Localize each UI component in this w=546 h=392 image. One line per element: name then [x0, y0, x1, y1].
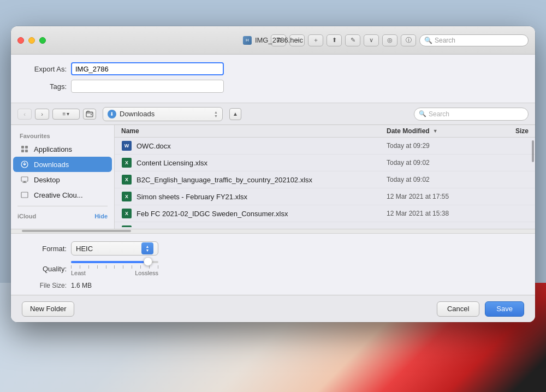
- tag-button[interactable]: ◎: [382, 34, 397, 46]
- tags-label: Tags:: [22, 82, 71, 91]
- options-section: Format: HEIC ▲ ▼ Quality:: [11, 233, 535, 295]
- slider-thumb[interactable]: [144, 257, 152, 266]
- sidebar-item-desktop[interactable]: Desktop: [13, 172, 112, 187]
- format-label: Format:: [22, 245, 71, 253]
- quality-row: Quality:: [22, 261, 524, 276]
- svg-rect-7: [23, 181, 26, 182]
- close-button[interactable]: [17, 37, 24, 44]
- minimize-button[interactable]: [28, 37, 35, 44]
- h-scrollbar-track: [11, 229, 535, 233]
- desktop-icon: [20, 175, 29, 185]
- chevron-down-button[interactable]: ∨: [364, 34, 379, 46]
- cancel-button[interactable]: Cancel: [437, 301, 479, 317]
- share-button[interactable]: ⬆: [327, 34, 342, 46]
- file-type-icon: H: [243, 36, 252, 45]
- svg-rect-0: [86, 112, 93, 117]
- tags-input[interactable]: [71, 80, 224, 93]
- maximize-button[interactable]: [39, 37, 46, 44]
- edit-button[interactable]: ✎: [345, 34, 360, 46]
- sidebar-divider: [17, 206, 108, 206]
- file-list: W OWC.docx Today at 09:29 X Content Lice…: [115, 138, 535, 227]
- view-options-button[interactable]: ≡ ▾: [52, 109, 80, 120]
- file-name: OWC.docx: [136, 142, 387, 150]
- titlebar: H IMG_2786.heic ⊞ － ＋ ⬆ ✎ ∨ ◎ ⓘ 🔍 Search: [11, 26, 535, 55]
- quality-slider-track: [71, 261, 158, 263]
- slider-fill: [71, 261, 148, 263]
- file-type-icon: X: [121, 174, 132, 185]
- sidebar-item-creative-cloud[interactable]: Creative Clou...: [13, 187, 112, 203]
- slider-ticks: [71, 265, 158, 269]
- file-date: 12 Mar 2021 at 17:55: [387, 193, 496, 200]
- collapse-button[interactable]: ▲: [229, 108, 241, 120]
- svg-rect-3: [21, 150, 24, 152]
- save-button[interactable]: Save: [485, 301, 524, 317]
- scrollbar-thumb[interactable]: [532, 140, 534, 162]
- new-folder-button[interactable]: New Folder: [22, 301, 74, 317]
- file-type-icon: X: [121, 225, 132, 227]
- select-arrows-icon: ▲ ▼: [141, 242, 153, 254]
- sidebar-item-applications[interactable]: Applications: [13, 141, 112, 157]
- search-icon: 🔍: [424, 37, 432, 44]
- back-button[interactable]: ‹: [17, 109, 32, 120]
- downloads-label: Downloads: [34, 161, 69, 169]
- search-placeholder: Search: [435, 37, 455, 44]
- new-folder-nav-button[interactable]: [83, 109, 96, 120]
- quality-label: Quality:: [22, 265, 71, 273]
- svg-rect-4: [25, 150, 28, 152]
- content-area: Favourites Applications: [11, 125, 535, 229]
- column-date-modified[interactable]: Date Modified ▼: [387, 127, 496, 135]
- quality-slider-container: Least Lossless: [71, 261, 158, 276]
- horizontal-scrollbar[interactable]: [11, 229, 535, 233]
- search-placeholder: Search: [429, 110, 449, 118]
- hide-icloud-link[interactable]: Hide: [94, 213, 108, 219]
- list-item[interactable]: W OWC.docx Today at 09:29: [115, 138, 535, 155]
- export-filename-input[interactable]: [71, 62, 224, 75]
- slider-max-label: Lossless: [135, 270, 158, 276]
- file-date: 12 Mar 2021 at 11:59: [387, 227, 496, 227]
- creative-cloud-icon: [20, 190, 29, 200]
- save-dialog: H IMG_2786.heic ⊞ － ＋ ⬆ ✎ ∨ ◎ ⓘ 🔍 Search…: [11, 26, 535, 322]
- format-select[interactable]: HEIC ▲ ▼: [71, 241, 158, 256]
- info-button[interactable]: ⓘ: [401, 34, 416, 46]
- titlebar-tools: ⊞ － ＋ ⬆ ✎ ∨ ◎ ⓘ 🔍 Search: [271, 34, 529, 46]
- format-value: HEIC: [76, 245, 141, 253]
- traffic-lights: [17, 37, 46, 44]
- sidebar: Favourites Applications: [11, 125, 115, 229]
- file-name: Content Licensing.xlsx: [136, 159, 387, 167]
- creative-cloud-label: Creative Clou...: [34, 191, 83, 199]
- column-name[interactable]: Name: [121, 127, 387, 135]
- vertical-scrollbar[interactable]: [531, 139, 535, 229]
- svg-rect-9: [21, 192, 28, 198]
- column-size[interactable]: Size: [496, 127, 529, 135]
- location-label: Downloads: [120, 110, 155, 118]
- export-label: Export As:: [22, 65, 71, 73]
- zoom-in-button[interactable]: ＋: [308, 34, 323, 46]
- tags-row: Tags:: [22, 80, 524, 93]
- bottom-bar: New Folder Cancel Save: [11, 295, 535, 322]
- sidebar-item-downloads[interactable]: Downloads: [13, 157, 112, 172]
- list-item[interactable]: X B2C_English_language_traffic_by_countr…: [115, 171, 535, 188]
- filesize-label: File Size:: [22, 282, 71, 289]
- list-item[interactable]: X Jarv pension graph.xlsx 12 Mar 2021 at…: [115, 222, 535, 227]
- format-row: Format: HEIC ▲ ▼: [22, 241, 524, 256]
- file-type-icon: X: [121, 208, 132, 219]
- list-item[interactable]: X Feb FC 2021-02_IDGC Sweden_Consumer.xl…: [115, 205, 535, 222]
- list-item[interactable]: X Content Licensing.xlsx Today at 09:02: [115, 155, 535, 171]
- downloads-folder-icon: ⬇: [108, 110, 116, 118]
- list-item[interactable]: X Simon sheets - February FY21.xlsx 12 M…: [115, 188, 535, 205]
- file-list-header: Name Date Modified ▼ Size: [115, 125, 535, 138]
- sort-arrow-icon: ▼: [433, 128, 438, 134]
- export-name-row: Export As:: [22, 62, 524, 75]
- file-type-icon: W: [121, 140, 132, 151]
- favourites-label: Favourites: [11, 130, 114, 141]
- forward-button[interactable]: ›: [35, 109, 49, 120]
- filesize-row: File Size: 1.6 MB: [22, 282, 524, 289]
- search-icon: 🔍: [419, 110, 426, 117]
- titlebar-search[interactable]: 🔍 Search: [419, 34, 529, 46]
- location-picker[interactable]: ⬇ Downloads ▲ ▼: [103, 107, 223, 121]
- slider-labels: Least Lossless: [71, 270, 158, 276]
- file-date: Today at 09:02: [387, 159, 496, 167]
- svg-rect-6: [21, 177, 28, 181]
- h-scrollbar-thumb[interactable]: [22, 230, 131, 232]
- file-search[interactable]: 🔍 Search: [414, 108, 529, 121]
